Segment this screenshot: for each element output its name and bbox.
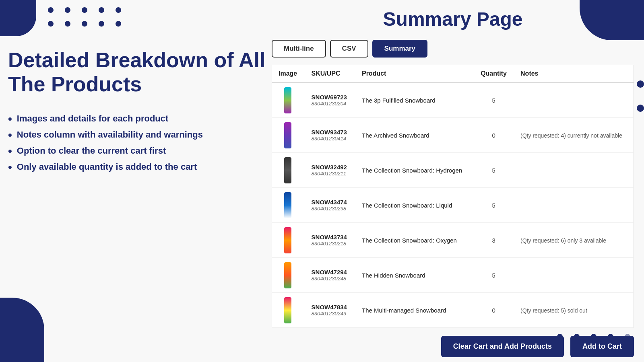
- notes-cell: [514, 82, 634, 118]
- decorative-dot-right-1: [637, 80, 644, 88]
- tab-bar: Multi-line CSV Summary: [272, 40, 634, 58]
- sku-cell: SNOW32492830401230211: [305, 153, 355, 188]
- quantity-cell: 3: [473, 223, 514, 258]
- feature-item: Only available quantity is added to the …: [8, 159, 270, 175]
- quantity-cell: 5: [473, 188, 514, 223]
- product-name-cell: The Hidden Snowboard: [355, 258, 473, 293]
- action-buttons: Clear Cart and Add Products Add to Cart: [272, 336, 634, 357]
- decorative-dots-top-left: [34, 0, 179, 36]
- decorative-shape-bottom-left: [0, 298, 44, 362]
- table-row: SNOW32492830401230211The Collection Snow…: [272, 153, 634, 188]
- quantity-cell: 5: [473, 153, 514, 188]
- product-name-cell: The 3p Fulfilled Snowboard: [355, 82, 473, 118]
- product-image-cell: [272, 223, 305, 258]
- feature-item: Images and details for each product: [8, 111, 270, 127]
- quantity-cell: 0: [473, 118, 514, 153]
- products-table: Image SKU/UPC Product Quantity Notes SNO…: [272, 65, 634, 328]
- sku-cell: SNOW47294830401230248: [305, 258, 355, 293]
- sku-value: SNOW47834: [312, 304, 349, 311]
- table-row: SNOW47834830401230249The Multi-managed S…: [272, 293, 634, 328]
- product-image-cell: [272, 82, 305, 118]
- upc-value: 830401230249: [312, 311, 349, 317]
- product-name-cell: The Archived Snowboard: [355, 118, 473, 153]
- notes-cell: [514, 258, 634, 293]
- table-row: SNOW69723830401230204The 3p Fulfilled Sn…: [272, 82, 634, 118]
- table-row: SNOW47294830401230248The Hidden Snowboar…: [272, 258, 634, 293]
- feature-item: Option to clear the current cart first: [8, 143, 270, 159]
- product-image: [284, 262, 291, 288]
- sku-value: SNOW43734: [312, 234, 349, 241]
- col-header-notes: Notes: [514, 65, 634, 83]
- table-row: SNOW43734830401230218The Collection Snow…: [272, 223, 634, 258]
- upc-value: 830401230298: [312, 206, 349, 212]
- col-header-quantity: Quantity: [473, 65, 514, 83]
- page-title: Summary Page: [272, 8, 634, 30]
- note-text: (Qty requested: 4) currently not availab…: [520, 132, 622, 139]
- notes-cell: (Qty requested: 6) only 3 available: [514, 223, 634, 258]
- table-row: SNOW43474830401230298The Collection Snow…: [272, 188, 634, 223]
- decorative-shape-top-left: [0, 0, 36, 36]
- upc-value: 830401230248: [312, 276, 349, 282]
- notes-cell: (Qty requested: 5) sold out: [514, 293, 634, 328]
- col-header-product: Product: [355, 65, 473, 83]
- upc-value: 830401230211: [312, 171, 349, 177]
- upc-value: 830401230414: [312, 136, 349, 142]
- add-to-cart-button[interactable]: Add to Cart: [570, 336, 634, 357]
- sku-value: SNOW93473: [312, 129, 349, 136]
- product-image: [284, 297, 291, 323]
- product-image-cell: [272, 293, 305, 328]
- decorative-dot-right-2: [637, 105, 644, 112]
- col-header-sku: SKU/UPC: [305, 65, 355, 83]
- tab-summary[interactable]: Summary: [372, 40, 427, 58]
- product-name-cell: The Collection Snowboard: Liquid: [355, 188, 473, 223]
- sku-value: SNOW47294: [312, 269, 349, 276]
- feature-item: Notes column with availability and warni…: [8, 127, 270, 143]
- product-image: [284, 87, 291, 113]
- notes-cell: [514, 153, 634, 188]
- product-image: [284, 227, 291, 253]
- notes-cell: [514, 188, 634, 223]
- product-name-cell: The Multi-managed Snowboard: [355, 293, 473, 328]
- col-header-image: Image: [272, 65, 305, 83]
- tab-multi-line[interactable]: Multi-line: [272, 40, 326, 58]
- upc-value: 830401230218: [312, 241, 349, 247]
- sku-value: SNOW43474: [312, 199, 349, 206]
- product-name-cell: The Collection Snowboard: Hydrogen: [355, 153, 473, 188]
- clear-cart-button[interactable]: Clear Cart and Add Products: [441, 336, 564, 357]
- left-panel: Detailed Breakdown of All The Products I…: [8, 48, 270, 175]
- upc-value: 830401230204: [312, 101, 349, 107]
- main-heading: Detailed Breakdown of All The Products: [8, 48, 270, 97]
- note-text: (Qty requested: 5) sold out: [520, 307, 587, 314]
- product-name-cell: The Collection Snowboard: Oxygen: [355, 223, 473, 258]
- notes-cell: (Qty requested: 4) currently not availab…: [514, 118, 634, 153]
- sku-cell: SNOW43734830401230218: [305, 223, 355, 258]
- tab-csv[interactable]: CSV: [330, 40, 368, 58]
- quantity-cell: 5: [473, 82, 514, 118]
- right-panel: Summary Page Multi-line CSV Summary Imag…: [272, 8, 634, 357]
- product-image: [284, 122, 291, 148]
- product-image: [284, 157, 291, 183]
- note-text: (Qty requested: 6) only 3 available: [520, 237, 606, 244]
- sku-cell: SNOW69723830401230204: [305, 82, 355, 118]
- product-image-cell: [272, 188, 305, 223]
- quantity-cell: 5: [473, 258, 514, 293]
- sku-cell: SNOW93473830401230414: [305, 118, 355, 153]
- sku-value: SNOW69723: [312, 94, 349, 101]
- product-image: [284, 192, 291, 218]
- sku-cell: SNOW47834830401230249: [305, 293, 355, 328]
- feature-list: Images and details for each productNotes…: [8, 111, 270, 175]
- table-row: SNOW93473830401230414The Archived Snowbo…: [272, 118, 634, 153]
- product-image-cell: [272, 258, 305, 293]
- sku-cell: SNOW43474830401230298: [305, 188, 355, 223]
- product-image-cell: [272, 153, 305, 188]
- sku-value: SNOW32492: [312, 164, 349, 171]
- product-image-cell: [272, 118, 305, 153]
- quantity-cell: 0: [473, 293, 514, 328]
